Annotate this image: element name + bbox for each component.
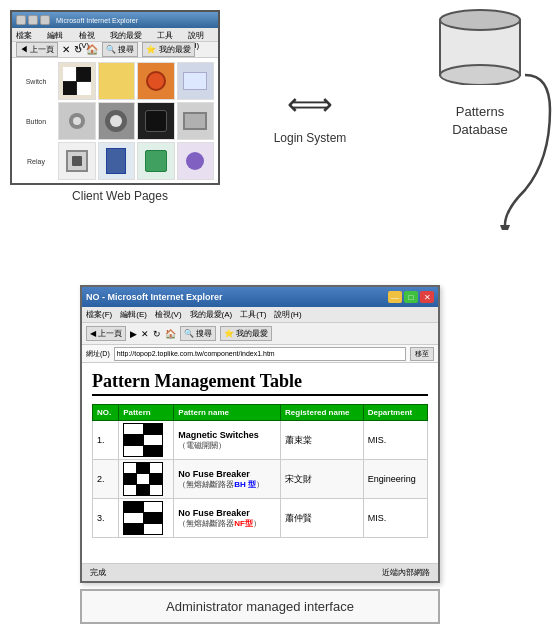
admin-win-buttons: — □ ✕ [388, 291, 434, 303]
admin-status-bar: 完成 近端內部網路 [82, 563, 438, 581]
product-1-2[interactable] [98, 62, 136, 100]
client-browser-titlebar: Microsoft Internet Explorer [12, 12, 218, 28]
client-fav-btn[interactable]: ⭐ 我的最愛 [142, 42, 194, 57]
product-3-3[interactable] [137, 142, 175, 180]
col-pattern-name: Pattern name [174, 405, 281, 421]
cell-no-1: 1. [93, 421, 119, 460]
admin-favorites-btn[interactable]: ⭐ 我的最愛 [220, 326, 272, 341]
address-label: 網址(D) [86, 349, 110, 359]
cell-dept-1: MIS. [363, 421, 427, 460]
admin-home-icon[interactable]: 🏠 [165, 329, 176, 339]
admin-menu-view[interactable]: 檢視(V) [155, 309, 182, 320]
product-1-4[interactable] [177, 62, 215, 100]
client-menu-tools: 工具(T) [157, 30, 182, 39]
admin-minimize-btn[interactable]: — [388, 291, 402, 303]
diagram-area: Microsoft Internet Explorer 檔案(F) 編輯(E) … [0, 0, 555, 310]
cell-no-2: 2. [93, 460, 119, 499]
client-title-text: Microsoft Internet Explorer [56, 17, 138, 24]
cell-pattern-1 [119, 421, 174, 460]
cell-pattern-3 [119, 499, 174, 538]
arrows-container: ⟺ Login System [240, 55, 380, 145]
client-back-btn[interactable]: ◀ 上一頁 [16, 42, 58, 57]
table-row: 3. No Fuse Breaker （無熔絲斷路器NF型） [93, 499, 428, 538]
admin-menubar: 檔案(F) 編輯(E) 檢視(V) 我的最愛(A) 工具(T) 說明(H) [82, 307, 438, 323]
col-no: NO. [93, 405, 119, 421]
admin-go-btn[interactable]: 移至 [410, 347, 434, 361]
admin-menu-fav[interactable]: 我的最愛(A) [190, 309, 233, 320]
admin-address-bar: 網址(D) 移至 [82, 345, 438, 363]
col-registered: Registered name [281, 405, 364, 421]
admin-back-btn[interactable]: ◀ 上一頁 [86, 326, 126, 341]
table-row: 2. No Fuse Breaker （無熔絲斷路器BH 型） [93, 460, 428, 499]
page-title: Pattern Management Table [92, 371, 428, 396]
client-win-btn-3 [40, 15, 50, 25]
admin-menu-tools[interactable]: 工具(T) [240, 309, 266, 320]
cell-registered-2: 宋文財 [281, 460, 364, 499]
cell-name-1: Magnetic Switches （電磁開關） [174, 421, 281, 460]
col-dept: Department [363, 405, 427, 421]
product-1-1[interactable] [58, 62, 96, 100]
status-right: 近端內部網路 [382, 567, 430, 578]
product-3-4[interactable] [177, 142, 215, 180]
row2-label: Button [16, 102, 56, 140]
client-browser-container: Microsoft Internet Explorer 檔案(F) 編輯(E) … [10, 10, 230, 203]
admin-title-text: NO - Microsoft Internet Explorer [86, 292, 223, 302]
cell-no-3: 3. [93, 499, 119, 538]
admin-close-btn[interactable]: ✕ [420, 291, 434, 303]
admin-titlebar: NO - Microsoft Internet Explorer — □ ✕ [82, 287, 438, 307]
admin-search-btn[interactable]: 🔍 搜尋 [180, 326, 216, 341]
svg-point-2 [440, 10, 520, 30]
admin-menu-help[interactable]: 說明(H) [274, 309, 301, 320]
pattern-management-table: NO. Pattern Pattern name Registered name… [92, 404, 428, 538]
product-2-2[interactable] [98, 102, 136, 140]
product-2-1[interactable] [58, 102, 96, 140]
svg-marker-3 [500, 225, 510, 230]
client-menu-file: 檔案(F) [16, 30, 41, 39]
client-stop-icon: ✕ [62, 44, 70, 55]
admin-refresh-icon[interactable]: ↻ [153, 329, 161, 339]
admin-menu-file[interactable]: 檔案(F) [86, 309, 112, 320]
cell-name-3: No Fuse Breaker （無熔絲斷路器NF型） [174, 499, 281, 538]
client-win-btn-2 [28, 15, 38, 25]
row1-label: Switch [16, 62, 56, 100]
admin-maximize-btn[interactable]: □ [404, 291, 418, 303]
admin-url-input[interactable] [114, 347, 406, 361]
client-toolbar: ◀ 上一頁 ✕ ↻ 🏠 🔍 搜尋 ⭐ 我的最愛 [12, 42, 218, 58]
table-row: 1. Magnetic Switches （電磁開關） [93, 421, 428, 460]
product-2-3[interactable] [137, 102, 175, 140]
row3-label: Relay [16, 142, 56, 180]
admin-toolbar: ◀ 上一頁 ▶ ✕ ↻ 🏠 🔍 搜尋 ⭐ 我的最愛 [82, 323, 438, 345]
product-3-1[interactable] [58, 142, 96, 180]
client-browser-mockup: Microsoft Internet Explorer 檔案(F) 編輯(E) … [10, 10, 220, 185]
admin-caption-box: Administrator managed interface [80, 589, 440, 624]
client-menu-view: 檢視(V) [79, 30, 105, 39]
admin-stop-icon[interactable]: ✕ [141, 329, 149, 339]
client-web-pages-label: Client Web Pages [10, 189, 230, 203]
cell-dept-3: MIS. [363, 499, 427, 538]
table-header-row: NO. Pattern Pattern name Registered name… [93, 405, 428, 421]
client-home-icon: 🏠 [86, 44, 98, 55]
curved-arrow-svg [495, 70, 555, 230]
admin-content: Pattern Management Table NO. Pattern Pat… [82, 363, 438, 563]
col-pattern: Pattern [119, 405, 174, 421]
client-win-btn-1 [16, 15, 26, 25]
product-2-4[interactable] [177, 102, 215, 140]
cell-pattern-2 [119, 460, 174, 499]
login-system-label: Login System [274, 131, 347, 145]
product-1-3[interactable] [137, 62, 175, 100]
admin-forward-icon[interactable]: ▶ [130, 329, 137, 339]
admin-area: NO - Microsoft Internet Explorer — □ ✕ 檔… [80, 285, 440, 624]
cell-registered-1: 蕭束棠 [281, 421, 364, 460]
status-left: 完成 [90, 567, 106, 578]
client-refresh-icon: ↻ [74, 44, 82, 55]
admin-menu-edit[interactable]: 編輯(E) [120, 309, 147, 320]
cell-dept-2: Engineering [363, 460, 427, 499]
client-menu-fav: 我的最愛(A) [110, 30, 151, 39]
client-menu-edit: 編輯(E) [47, 30, 73, 39]
client-search-btn[interactable]: 🔍 搜尋 [102, 42, 138, 57]
admin-caption-text: Administrator managed interface [166, 599, 354, 614]
cell-name-2: No Fuse Breaker （無熔絲斷路器BH 型） [174, 460, 281, 499]
product-grid: Switch Button [12, 58, 218, 184]
client-menu-help: 說明(H) [188, 30, 214, 39]
product-3-2[interactable] [98, 142, 136, 180]
